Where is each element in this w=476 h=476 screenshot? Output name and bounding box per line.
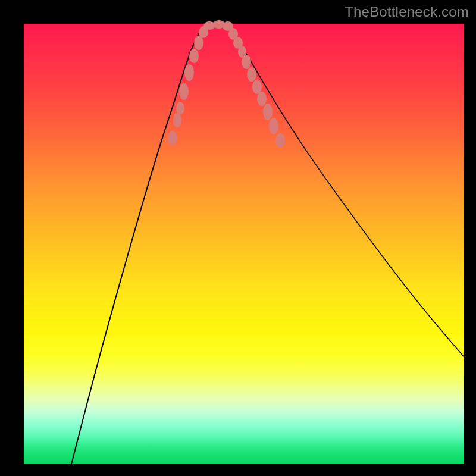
highlight-dot [184, 64, 194, 81]
chart-frame: TheBottleneck.com [0, 0, 476, 476]
highlight-dot [257, 92, 267, 106]
watermark-text: TheBottleneck.com [345, 4, 469, 20]
highlight-dot [242, 55, 251, 69]
highlight-dot [275, 133, 285, 148]
highlight-dot [173, 113, 181, 127]
highlight-dot [263, 104, 273, 120]
highlight-dots [168, 20, 285, 148]
plot-area [24, 24, 464, 464]
highlight-dot [168, 131, 177, 145]
highlight-dot [189, 49, 199, 63]
highlight-dot [247, 67, 256, 82]
highlight-dot [269, 118, 278, 134]
highlight-dot [176, 102, 184, 115]
right-curve [227, 25, 464, 357]
chart-svg [24, 24, 464, 464]
highlight-dot [252, 80, 262, 94]
highlight-dot [179, 83, 189, 100]
highlight-dot [194, 36, 203, 50]
